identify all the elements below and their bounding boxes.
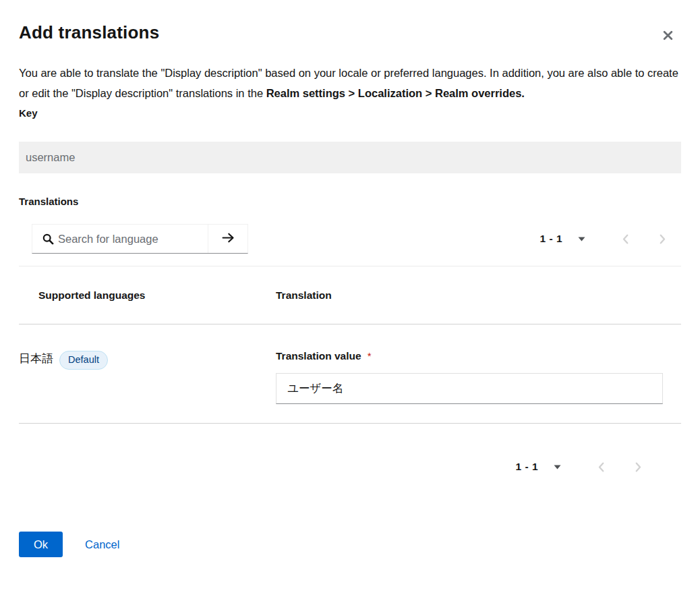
chevron-left-icon (598, 464, 604, 474)
language-name: 日本語 (19, 351, 53, 367)
search-icon (32, 225, 58, 253)
chevron-right-icon (660, 236, 666, 246)
arrow-right-icon (222, 232, 235, 246)
search-input[interactable] (58, 225, 208, 253)
modal-description: You are able to translate the "Display d… (19, 63, 681, 103)
default-badge: Default (59, 351, 108, 370)
previous-page-button[interactable] (607, 229, 644, 250)
caret-down-icon (554, 461, 561, 472)
translation-cell: Translation value * (276, 349, 681, 404)
pagination-menu-toggle[interactable] (574, 233, 589, 246)
translations-label: Translations (19, 196, 681, 208)
pagination-nav (583, 457, 657, 478)
cancel-button[interactable]: Cancel (85, 538, 119, 551)
chevron-right-icon (635, 464, 641, 474)
ok-button[interactable]: Ok (19, 532, 63, 557)
add-translations-modal: Add translations You are able to transla… (0, 0, 700, 557)
language-search-group (32, 224, 248, 254)
page-title: Add translations (19, 22, 159, 42)
next-page-button[interactable] (620, 457, 657, 478)
key-input (19, 142, 681, 173)
pagination-nav (607, 229, 681, 250)
modal-footer: Ok Cancel (19, 532, 681, 557)
previous-page-button[interactable] (583, 457, 620, 478)
caret-down-icon (578, 233, 585, 244)
next-page-button[interactable] (644, 229, 681, 250)
pagination-menu-toggle[interactable] (550, 461, 565, 474)
table-row: 日本語 Default Translation value * (19, 324, 681, 424)
column-header-translation: Translation (276, 288, 681, 302)
translations-toolbar: 1 - 1 (19, 224, 681, 254)
translation-value-input[interactable] (276, 373, 663, 404)
pagination-range: 1 - 1 (515, 461, 538, 473)
pagination-top: 1 - 1 (539, 227, 681, 251)
chevron-left-icon (622, 236, 629, 246)
modal-header: Add translations (19, 22, 681, 45)
close-icon (663, 32, 673, 42)
key-label: Key (19, 107, 681, 119)
translation-value-label: Translation value (276, 349, 361, 363)
column-header-supported-languages: Supported languages (38, 288, 276, 302)
translation-value-label-row: Translation value * (276, 349, 663, 363)
required-indicator: * (368, 350, 372, 362)
language-cell: 日本語 Default (19, 349, 276, 404)
search-submit-button[interactable] (208, 225, 247, 253)
table-header-row: Supported languages Translation (19, 266, 681, 324)
pagination-range: 1 - 1 (539, 233, 562, 245)
pagination-bottom: 1 - 1 (19, 455, 681, 479)
description-bold-path: Realm settings > Localization > Realm ov… (266, 87, 525, 99)
close-button[interactable] (659, 26, 677, 45)
translations-table: Supported languages Translation 日本語 Defa… (19, 266, 681, 424)
